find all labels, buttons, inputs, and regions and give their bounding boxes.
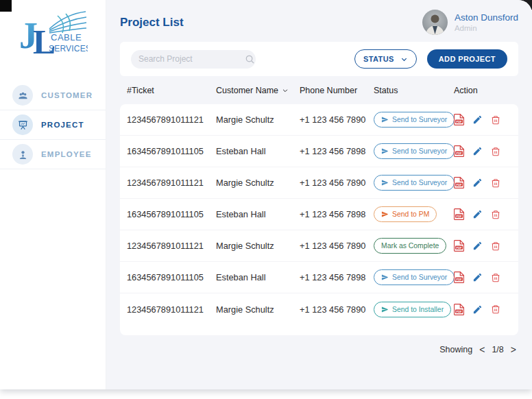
sidebar-item-customer[interactable]: CUSTOMER	[0, 81, 106, 110]
prev-page-button[interactable]: <	[479, 344, 485, 355]
sidebar-item-employee[interactable]: EMPLOYEE	[0, 140, 106, 169]
next-page-button[interactable]: >	[510, 344, 517, 355]
svg-text:PDF: PDF	[457, 309, 463, 313]
edit-button[interactable]	[472, 304, 483, 315]
svg-text:CABLE: CABLE	[51, 32, 82, 43]
customer-name-cell: Margie Schultz	[216, 241, 300, 251]
jl-cable-services-logo: J L CABLE SERVICES	[19, 8, 88, 59]
sidebar-item-project[interactable]: PROJECT	[0, 110, 106, 140]
status-cell: Send to Surveyor	[374, 143, 454, 159]
delete-button[interactable]	[491, 146, 500, 157]
status-badge-label: Send to PM	[392, 210, 429, 218]
ticket-cell: 1634567891011105	[127, 209, 216, 219]
add-project-button[interactable]: ADD PROJECT	[427, 49, 507, 69]
status-badge[interactable]: Mark as Complete	[374, 238, 446, 254]
actions-cell: PDF	[454, 271, 511, 283]
phone-cell: +1 123 456 7890	[300, 241, 374, 251]
status-cell: Send to Surveyor	[374, 112, 454, 128]
table-row: 1234567891011121Margie Schultz+1 123 456…	[120, 230, 518, 262]
search-input[interactable]	[138, 54, 245, 64]
pagination: Showing < 1/8 >	[106, 344, 517, 355]
main-header: Project List Aston Dunsford Admin	[106, 0, 532, 42]
phone-cell: +1 123 456 7898	[300, 146, 374, 156]
send-icon	[381, 306, 389, 313]
delete-button[interactable]	[491, 114, 500, 125]
send-icon	[381, 210, 389, 218]
table-row: 1634567891011105Esteban Hall+1 123 456 7…	[120, 262, 518, 293]
customer-name-cell: Margie Schultz	[216, 304, 300, 315]
delete-button[interactable]	[491, 241, 500, 252]
delete-button[interactable]	[491, 272, 500, 283]
status-cell: Send to PM	[374, 206, 454, 222]
page-indicator: 1/8	[492, 345, 503, 354]
column-header-customer-name[interactable]: Customer Name	[216, 86, 300, 95]
edit-button[interactable]	[472, 178, 483, 188]
status-badge-label: Send to Surveyor	[392, 274, 447, 281]
search-icon	[245, 54, 255, 64]
pdf-download-button[interactable]: PDF	[454, 114, 464, 125]
phone-cell: +1 123 456 7890	[300, 304, 374, 315]
ticket-cell: 1634567891011105	[127, 272, 216, 282]
column-header-ticket: #Ticket	[127, 86, 216, 95]
status-badge[interactable]: Send to Surveyor	[374, 143, 455, 159]
status-badge[interactable]: Send to Surveyor	[374, 112, 455, 128]
edit-button[interactable]	[472, 272, 483, 282]
actions-cell: PDF	[454, 240, 511, 252]
pdf-download-button[interactable]: PDF	[454, 177, 464, 189]
status-filter-button[interactable]: STATUS	[354, 49, 417, 69]
edit-button[interactable]	[472, 209, 483, 219]
app-window: J L CABLE SERVICES CUSTOMER	[0, 0, 532, 389]
status-badge-label: Send to Surveyor	[392, 179, 447, 186]
ticket-cell: 1234567891011121	[127, 241, 216, 251]
status-badge[interactable]: Send to Surveyor	[374, 175, 455, 191]
column-header-phone: Phone Number	[300, 86, 374, 95]
send-icon	[381, 116, 389, 123]
showing-label: Showing	[439, 345, 472, 354]
table-row: 1234567891011121Margie Schultz+1 123 456…	[120, 293, 518, 325]
customer-name-cell: Margie Schultz	[216, 114, 300, 125]
svg-text:PDF: PDF	[457, 278, 463, 281]
delete-button[interactable]	[491, 209, 500, 220]
edit-button[interactable]	[472, 241, 483, 251]
column-header-action: Action	[454, 86, 511, 95]
edit-button[interactable]	[472, 114, 483, 125]
pdf-download-button[interactable]: PDF	[454, 145, 464, 157]
svg-text:PDF: PDF	[457, 215, 463, 218]
edit-button[interactable]	[472, 146, 483, 156]
user-role: Admin	[455, 24, 518, 32]
delete-button[interactable]	[491, 178, 500, 189]
table-row: 1634567891011105Esteban Hall+1 123 456 7…	[120, 199, 518, 230]
customers-icon	[12, 85, 33, 106]
pdf-download-button[interactable]: PDF	[454, 271, 464, 283]
customer-name-cell: Esteban Hall	[216, 146, 300, 156]
customer-name-cell: Esteban Hall	[216, 209, 300, 219]
user-menu[interactable]: Aston Dunsford Admin	[422, 10, 518, 35]
svg-text:PDF: PDF	[457, 246, 463, 250]
ticket-cell: 1634567891011105	[127, 146, 216, 156]
actions-cell: PDF	[454, 114, 511, 125]
actions-cell: PDF	[454, 304, 511, 315]
sidebar-item-label: CUSTOMER	[41, 91, 93, 99]
column-header-status: Status	[374, 86, 454, 95]
status-badge[interactable]: Send to PM	[374, 206, 437, 222]
avatar	[422, 10, 448, 35]
send-icon	[381, 274, 389, 281]
phone-cell: +1 123 456 7898	[300, 272, 374, 282]
pdf-download-button[interactable]: PDF	[454, 304, 464, 315]
pdf-download-button[interactable]: PDF	[454, 208, 464, 220]
delete-button[interactable]	[491, 304, 500, 315]
status-badge[interactable]: Send to Surveyor	[374, 269, 455, 285]
pdf-download-button[interactable]: PDF	[454, 240, 464, 252]
status-cell: Mark as Complete	[374, 238, 454, 254]
toolbar-actions: STATUS ADD PROJECT	[354, 49, 507, 69]
phone-cell: +1 123 456 7898	[300, 209, 374, 219]
company-logo: J L CABLE SERVICES	[0, 0, 106, 71]
actions-cell: PDF	[454, 177, 511, 189]
chevron-down-icon	[400, 56, 408, 63]
status-cell: Send to Surveyor	[374, 269, 454, 285]
employee-icon	[12, 144, 33, 165]
status-badge-label: Mark as Complete	[381, 242, 439, 250]
table-header: #Ticket Customer Name Phone Number Statu…	[120, 76, 518, 104]
status-badge[interactable]: Send to Installer	[374, 302, 451, 317]
ticket-cell: 1234567891011121	[127, 304, 216, 315]
